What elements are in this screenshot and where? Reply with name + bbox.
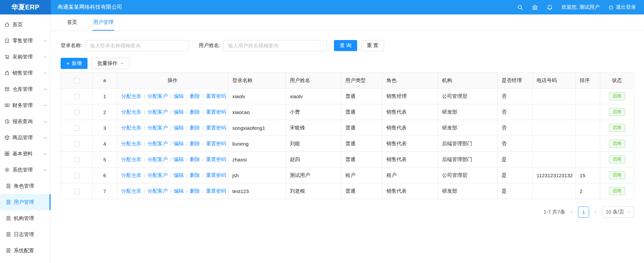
action-assign-warehouse[interactable]: 分配仓库: [121, 156, 141, 162]
column-header: #: [93, 73, 117, 88]
logout-button[interactable]: 退出登录: [608, 4, 636, 10]
tab-home[interactable]: 首页: [66, 14, 78, 31]
action-edit[interactable]: 编辑: [174, 141, 184, 146]
action-edit[interactable]: 编辑: [174, 172, 184, 178]
action-reset-password[interactable]: 重置密码: [206, 141, 226, 146]
sidebar-item-system[interactable]: 系统管理: [0, 162, 50, 178]
action-reset-password[interactable]: 重置密码: [206, 109, 226, 115]
row-checkbox[interactable]: [74, 173, 79, 178]
action-assign-customer[interactable]: 分配客户: [147, 172, 168, 178]
cell-type: 租户: [341, 167, 382, 183]
status-badge: 启用: [609, 92, 625, 101]
action-assign-customer[interactable]: 分配客户: [147, 125, 168, 130]
action-delete[interactable]: 删除: [190, 109, 200, 115]
sidebar-item-purchase[interactable]: 采购管理: [0, 49, 50, 65]
cell-name: 刘老根: [286, 183, 341, 199]
sidebar-item-user-management[interactable]: 用户管理: [0, 194, 50, 210]
sidebar-item-system-config[interactable]: 系统配置: [0, 242, 50, 259]
sidebar-menu: 首页零售管理采购管理销售管理仓库管理财务管理报表查询商品管理基本资料系统管理角色…: [0, 14, 51, 263]
chevron-up-icon: [43, 168, 47, 172]
action-assign-warehouse[interactable]: 分配仓库: [121, 125, 141, 130]
sidebar-item-basic[interactable]: 基本资料: [0, 146, 50, 162]
action-assign-warehouse[interactable]: 分配仓库: [121, 93, 141, 99]
action-delete[interactable]: 删除: [190, 156, 200, 162]
action-assign-customer[interactable]: 分配客户: [147, 188, 168, 194]
cell-index: 5: [93, 152, 117, 167]
sidebar-item-org-management[interactable]: 机构管理: [0, 210, 50, 226]
action-assign-warehouse[interactable]: 分配仓库: [121, 141, 141, 146]
header-actions: 欢迎您, 测试用户 退出登录: [517, 0, 644, 14]
row-checkbox[interactable]: [74, 94, 79, 99]
reset-button[interactable]: 重 置: [361, 40, 384, 51]
page-number-button[interactable]: 1: [578, 206, 589, 218]
action-assign-customer[interactable]: 分配客户: [147, 93, 168, 99]
cell-index: 2: [93, 104, 117, 120]
action-edit[interactable]: 编辑: [174, 188, 184, 194]
column-header: 登录名称: [228, 73, 286, 88]
bank-icon[interactable]: [532, 4, 538, 10]
sidebar-item-label: 角色管理: [14, 183, 34, 189]
action-assign-warehouse[interactable]: 分配仓库: [121, 172, 141, 178]
action-reset-password[interactable]: 重置密码: [206, 156, 226, 162]
action-reset-password[interactable]: 重置密码: [206, 93, 226, 99]
action-separator: |: [186, 125, 188, 130]
sidebar-item-sales[interactable]: 销售管理: [0, 65, 50, 81]
tab-user-management[interactable]: 用户管理: [93, 14, 114, 31]
page-size-select[interactable]: 10 条/页: [602, 206, 634, 218]
action-delete[interactable]: 删除: [190, 172, 200, 178]
action-delete[interactable]: 删除: [190, 188, 200, 194]
next-page-button[interactable]: [592, 210, 599, 214]
select-all-checkbox[interactable]: [74, 78, 79, 83]
row-checkbox[interactable]: [74, 157, 79, 162]
action-assign-customer[interactable]: 分配客户: [147, 141, 168, 146]
action-separator: |: [202, 93, 204, 99]
action-reset-password[interactable]: 重置密码: [206, 172, 226, 178]
sidebar-item-home[interactable]: 首页: [0, 16, 50, 33]
cell-role: 销售代表: [382, 104, 438, 120]
action-edit[interactable]: 编辑: [174, 109, 184, 115]
action-delete[interactable]: 删除: [190, 93, 200, 99]
sidebar-item-goods[interactable]: 商品管理: [0, 129, 50, 146]
action-assign-customer[interactable]: 分配客户: [147, 109, 168, 115]
sidebar-item-report[interactable]: 报表查询: [0, 113, 50, 129]
cell-org: 公司管理层: [438, 88, 498, 104]
action-edit[interactable]: 编辑: [174, 156, 184, 162]
sidebar-item-label: 系统管理: [12, 167, 33, 173]
add-button[interactable]: + 新增: [61, 58, 88, 69]
sales-icon: [4, 70, 10, 76]
action-edit[interactable]: 编辑: [174, 125, 184, 130]
row-checkbox[interactable]: [74, 125, 79, 131]
cell-index: 7: [93, 183, 117, 199]
doc-icon: [6, 199, 11, 205]
cell-index: 4: [93, 136, 117, 152]
goods-icon: [4, 135, 10, 140]
action-assign-warehouse[interactable]: 分配仓库: [121, 109, 141, 115]
sidebar-item-retail[interactable]: 零售管理: [0, 33, 50, 49]
action-edit[interactable]: 编辑: [174, 93, 184, 99]
bell-icon[interactable]: [547, 4, 553, 10]
sidebar-item-finance[interactable]: 财务管理: [0, 97, 50, 113]
home-icon: [4, 22, 10, 27]
login-name-input[interactable]: [86, 40, 189, 51]
sidebar-item-role-management[interactable]: 角色管理: [0, 178, 50, 194]
sidebar-item-log-management[interactable]: 日志管理: [0, 226, 50, 242]
action-reset-password[interactable]: 重置密码: [206, 125, 226, 130]
row-checkbox[interactable]: [74, 110, 79, 115]
prev-page-button[interactable]: [569, 210, 575, 214]
status-badge: 启用: [609, 124, 625, 132]
action-delete[interactable]: 删除: [190, 125, 200, 130]
row-checkbox[interactable]: [74, 189, 79, 194]
action-delete[interactable]: 删除: [190, 141, 200, 146]
action-separator: |: [170, 156, 171, 162]
column-header: 电话号码: [533, 73, 576, 88]
user-name-input[interactable]: [224, 40, 327, 51]
sidebar-item-warehouse[interactable]: 仓库管理: [0, 81, 50, 97]
action-assign-customer[interactable]: 分配客户: [147, 156, 168, 162]
action-assign-warehouse[interactable]: 分配仓库: [121, 188, 141, 194]
row-checkbox[interactable]: [74, 141, 79, 147]
action-reset-password[interactable]: 重置密码: [206, 188, 226, 194]
cell-phone: [533, 120, 576, 136]
search-button[interactable]: 查 询: [334, 40, 357, 51]
batch-actions-button[interactable]: 批量操作: [92, 58, 130, 69]
search-icon[interactable]: [517, 4, 523, 10]
